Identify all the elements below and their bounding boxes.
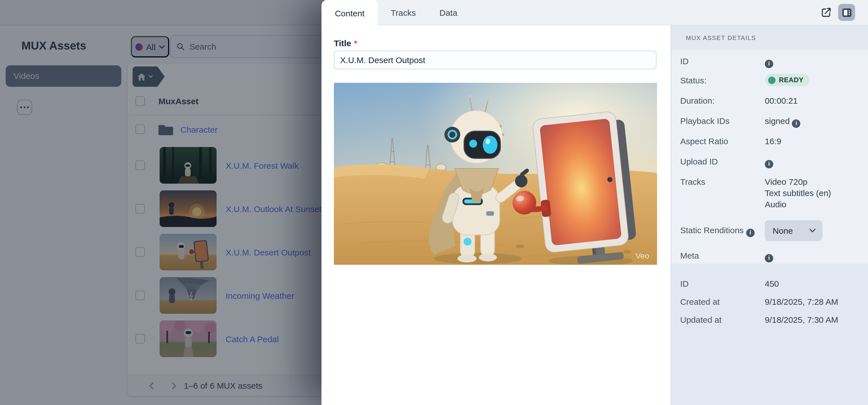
tracks-label: Tracks xyxy=(680,176,705,188)
updated-at-value: 9/18/2025, 7:30 AM xyxy=(765,314,838,326)
tracks-value: Video 720p Text subtitles (en) Audio xyxy=(765,176,831,210)
aspect-ratio-value: 16:9 xyxy=(765,136,781,147)
chevron-down-icon xyxy=(809,229,815,233)
info-icon[interactable] xyxy=(792,119,801,128)
tab-content[interactable]: Content xyxy=(321,0,378,26)
static-renditions-label: Static Renditions xyxy=(680,225,754,237)
meta-section: ID 450 Created at 9/18/2025, 7:28 AM Upd… xyxy=(671,264,868,405)
title-field-label: Title* xyxy=(334,38,357,48)
asset-dialog: Content Tracks Data Title* xyxy=(321,0,868,405)
track-item: Video 720p xyxy=(765,176,831,188)
static-renditions-select[interactable]: None xyxy=(765,220,822,241)
toggle-details-panel-button[interactable] xyxy=(838,4,855,21)
static-renditions-value: None xyxy=(765,226,809,235)
info-icon[interactable] xyxy=(765,60,773,68)
track-item: Text subtitles (en) xyxy=(765,188,831,199)
open-external-button[interactable] xyxy=(818,4,835,21)
content-pane: Title* xyxy=(321,25,671,405)
playback-ids-value: signed xyxy=(765,115,801,128)
duration-label: Duration: xyxy=(680,95,715,106)
info-icon[interactable] xyxy=(746,228,754,237)
panel-toggle-icon xyxy=(842,8,851,17)
created-at-value: 9/18/2025, 7:28 AM xyxy=(765,296,838,308)
meta-label: Meta xyxy=(680,250,699,261)
tab-tracks[interactable]: Tracks xyxy=(386,0,421,25)
id-info xyxy=(765,56,773,68)
tab-data[interactable]: Data xyxy=(435,0,461,25)
veo-watermark: Veo xyxy=(636,251,649,260)
meta-id-label: ID xyxy=(680,278,689,290)
status-label: Status: xyxy=(680,75,706,86)
info-icon[interactable] xyxy=(765,160,773,168)
meta-id-value: 450 xyxy=(765,278,779,290)
external-link-icon xyxy=(820,7,832,18)
updated-at-label: Updated at xyxy=(680,314,722,326)
created-at-label: Created at xyxy=(680,296,720,308)
screen: MUX Assets All Videos xyxy=(0,0,868,405)
details-heading: MUX ASSET DETAILS xyxy=(671,25,868,50)
aspect-ratio-label: Aspect Ratio xyxy=(680,136,728,147)
video-poster-image: Veo xyxy=(334,83,657,265)
required-marker: * xyxy=(354,38,357,48)
upload-id-label: Upload ID xyxy=(680,156,718,167)
status-value: READY xyxy=(779,76,803,84)
playback-ids-label: Playback IDs xyxy=(680,115,730,127)
info-icon[interactable] xyxy=(765,254,773,262)
track-item: Audio xyxy=(765,199,831,210)
id-label: ID xyxy=(680,56,689,67)
duration-value: 00:00:21 xyxy=(765,95,798,106)
title-input[interactable] xyxy=(334,51,656,69)
upload-id-info xyxy=(765,156,773,168)
status-badge: READY xyxy=(765,74,810,86)
details-heading-band: MUX ASSET DETAILS xyxy=(671,25,868,50)
asset-details-sidebar: MUX ASSET DETAILS ID Status: READY Durat… xyxy=(671,25,868,405)
status-dot-icon xyxy=(768,76,775,83)
meta-info xyxy=(765,250,773,262)
dialog-tab-bar: Content Tracks Data xyxy=(321,0,868,25)
